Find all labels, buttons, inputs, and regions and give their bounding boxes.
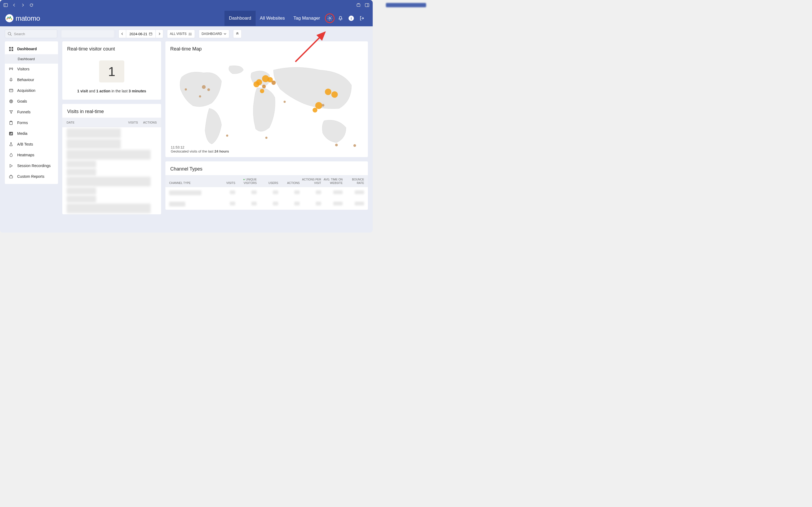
svg-point-24: [9, 100, 13, 103]
table-row-blurred: [67, 169, 96, 176]
sidebar-item-acquisition[interactable]: Acquisition: [5, 85, 58, 96]
search-icon: [8, 32, 12, 36]
svg-point-14: [189, 33, 190, 34]
svg-rect-31: [11, 133, 11, 134]
visitors-icon: [188, 32, 192, 36]
sidebar-item-goals[interactable]: Goals: [5, 96, 58, 107]
sidebar-item-media[interactable]: Media: [5, 128, 58, 139]
drop-icon: [9, 153, 13, 157]
search-input[interactable]: Search: [5, 30, 57, 38]
world-map[interactable]: 11:53:12 Geolocated visits of the last 2…: [165, 55, 368, 157]
col-actions[interactable]: ACTIONS: [280, 181, 300, 185]
browser-toolbar: [0, 0, 373, 10]
site-selector-blurred[interactable]: [61, 30, 115, 38]
bell-icon: [9, 77, 13, 82]
col-users[interactable]: USERS: [259, 181, 278, 185]
notifications-button[interactable]: [335, 13, 346, 23]
table-row-blurred: [67, 187, 96, 194]
sidebar-item-funnels[interactable]: Funnels: [5, 107, 58, 117]
svg-point-12: [8, 32, 11, 35]
sidebar-sub-dashboard[interactable]: Dashboard: [5, 54, 58, 64]
settings-button[interactable]: [325, 13, 335, 23]
table-row-blurred: [67, 139, 121, 149]
logo-text: matomo: [15, 14, 40, 22]
back-icon[interactable]: [12, 3, 17, 7]
widget-title: Real-time visitor count: [62, 41, 161, 55]
svg-point-5: [6, 18, 7, 19]
info-button[interactable]: i: [346, 13, 357, 23]
nav-all-websites[interactable]: All Websites: [255, 11, 289, 26]
sidebar-item-forms[interactable]: Forms: [5, 117, 58, 128]
reload-icon[interactable]: [29, 3, 34, 7]
table-row-blurred: [67, 161, 96, 168]
widget-realtime-count: Real-time visitor count 1 1 visit and 1 …: [62, 41, 161, 100]
svg-rect-19: [11, 49, 13, 51]
nav-tag-manager[interactable]: Tag Manager: [289, 11, 325, 26]
logo-mark-icon: [5, 14, 13, 22]
table-row-blurred: [165, 187, 368, 199]
visitors-icon: [9, 67, 13, 71]
svg-point-7: [9, 18, 10, 19]
svg-point-26: [11, 101, 11, 102]
search-placeholder: Search: [14, 32, 25, 36]
visitor-count-value: 1: [99, 60, 124, 82]
info-icon: i: [349, 15, 354, 21]
chevron-down-icon: [224, 33, 226, 35]
table-row-blurred: [67, 128, 121, 138]
table-header: DATE VISITS ACTIONS: [62, 118, 161, 127]
double-chevron-up-icon: [235, 32, 239, 36]
dashboard-selector[interactable]: DASHBOARD: [199, 30, 229, 38]
svg-rect-13: [149, 33, 152, 35]
sidebar-item-session-recordings[interactable]: Session Recordings: [5, 160, 58, 171]
sidebar-item-behaviour[interactable]: Behaviour: [5, 74, 58, 85]
dashboard-grid: Real-time visitor count 1 1 visit and 1 …: [62, 41, 368, 228]
widget-title: Channel Types: [165, 161, 368, 175]
svg-rect-0: [4, 3, 7, 7]
visitor-count-caption: 1 visit and 1 action in the last 3 minut…: [77, 89, 147, 93]
col-unique-visitors[interactable]: ▼UNIQUE VISITORS: [237, 178, 257, 184]
clipboard-icon: [9, 120, 13, 125]
logo[interactable]: matomo: [5, 14, 40, 22]
sidebar-item-visitors[interactable]: Visitors: [5, 64, 58, 74]
collapse-button[interactable]: [233, 30, 242, 38]
annotation-circle: [325, 13, 335, 23]
logout-button[interactable]: [357, 13, 367, 23]
sidebar-toggle-icon[interactable]: [3, 3, 8, 7]
target-icon: [9, 99, 13, 104]
col-avg-time[interactable]: AVG. TIME ON WEBSITE: [323, 178, 343, 184]
col-actions-per-visit[interactable]: ACTIONS PER VISIT: [302, 178, 321, 184]
svg-rect-33: [9, 176, 13, 178]
card-icon: [9, 88, 13, 93]
map-caption: 11:53:12 Geolocated visits of the last 2…: [171, 145, 229, 153]
svg-point-6: [7, 17, 9, 18]
play-icon: [9, 163, 13, 168]
svg-rect-32: [11, 133, 12, 134]
briefcase-icon: [9, 174, 13, 179]
svg-rect-22: [9, 89, 13, 92]
forward-icon[interactable]: [20, 3, 25, 7]
date-next-button[interactable]: [156, 30, 163, 38]
world-map-svg: [165, 55, 368, 157]
svg-point-21: [11, 68, 13, 69]
svg-rect-16: [9, 47, 11, 49]
date-prev-button[interactable]: [118, 30, 126, 38]
sidebar-item-heatmaps[interactable]: Heatmaps: [5, 150, 58, 160]
col-channel-type[interactable]: CHANNEL TYPE: [169, 181, 214, 184]
svg-rect-18: [9, 49, 11, 51]
sidebar-item-custom-reports[interactable]: Custom Reports: [5, 171, 58, 182]
app-header: matomo Dashboard All Websites Tag Manage…: [0, 10, 373, 26]
right-panel-toggle-icon[interactable]: [365, 3, 369, 7]
flask-icon: [9, 142, 13, 147]
col-visits[interactable]: VISITS: [216, 181, 235, 185]
table-header: CHANNEL TYPE VISITS ▼UNIQUE VISITORS USE…: [165, 175, 368, 187]
stack-icon[interactable]: [356, 3, 361, 7]
table-row-blurred: [67, 195, 96, 203]
col-bounce-rate[interactable]: BOUNCE RATE: [345, 178, 364, 184]
table-row-blurred: [67, 150, 151, 160]
nav-dashboard[interactable]: Dashboard: [225, 11, 255, 26]
svg-rect-30: [10, 134, 10, 134]
segment-selector[interactable]: ALL VISITS: [167, 30, 195, 38]
sidebar-item-ab-tests[interactable]: A/B Tests: [5, 139, 58, 150]
date-display[interactable]: 2024-06-21: [126, 30, 156, 38]
sidebar-item-dashboard[interactable]: Dashboard: [5, 44, 58, 54]
